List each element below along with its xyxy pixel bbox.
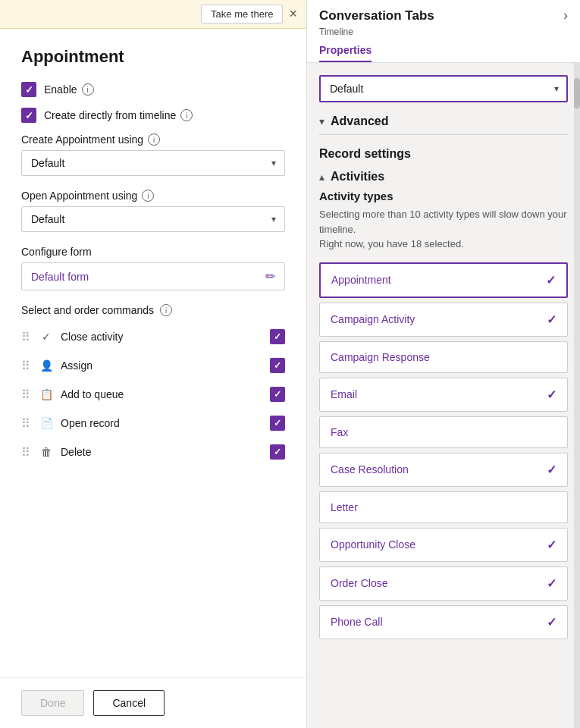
activity-item-opportunity-close[interactable]: Opportunity Close ✓: [319, 528, 568, 562]
advanced-section-title: Advanced: [331, 115, 388, 128]
assign-checkbox[interactable]: [270, 358, 285, 373]
order-close-check-icon: ✓: [547, 576, 556, 591]
right-panel: Conversation Tabs › Timeline Properties …: [307, 0, 580, 728]
activity-types-title: Activity types: [319, 190, 568, 202]
activities-section-header: ▴ Activities: [319, 170, 568, 184]
campaign-response-label: Campaign Response: [331, 351, 430, 363]
scrollbar-track[interactable]: [574, 63, 580, 728]
open-record-icon: 📄: [38, 415, 55, 431]
right-subtitle: Timeline: [319, 27, 568, 37]
close-top-button[interactable]: ×: [289, 6, 297, 22]
activity-item-phone-call[interactable]: Phone Call ✓: [319, 605, 568, 639]
activity-item-appointment[interactable]: Appointment ✓: [319, 262, 568, 298]
drag-handle-icon[interactable]: ⠿: [21, 359, 30, 373]
close-activity-checkbox[interactable]: [270, 329, 285, 344]
appointment-label: Appointment: [331, 274, 391, 286]
left-panel: Take me there × Appointment Enable i Cre…: [0, 0, 307, 728]
open-record-checkbox[interactable]: [270, 416, 285, 431]
assign-icon: 👤: [38, 357, 55, 374]
activity-types-desc: Selecting more than 10 activity types wi…: [319, 207, 568, 252]
enable-checkbox-row[interactable]: Enable i: [21, 82, 285, 97]
configure-form-section: Configure form Default form ✏: [21, 246, 285, 290]
drag-handle-icon[interactable]: ⠿: [21, 445, 30, 460]
activity-item-letter[interactable]: Letter: [319, 491, 568, 523]
activity-item-case-resolution[interactable]: Case Resolution ✓: [319, 453, 568, 487]
top-bar: Take me there ×: [0, 0, 306, 29]
configure-form-box[interactable]: Default form ✏: [21, 262, 285, 290]
enable-label: Enable: [44, 83, 77, 96]
right-header: Conversation Tabs › Timeline Properties: [307, 0, 580, 63]
activity-item-campaign-response[interactable]: Campaign Response: [319, 341, 568, 373]
commands-label: Select and order commands i: [21, 304, 285, 316]
panel-footer: Done Cancel: [0, 677, 306, 728]
create-timeline-checkbox-row[interactable]: Create directly from timeline i: [21, 108, 285, 123]
email-label: Email: [331, 388, 357, 400]
delete-icon: 🗑: [38, 444, 55, 460]
create-using-info-icon[interactable]: i: [148, 133, 160, 146]
cancel-button[interactable]: Cancel: [93, 690, 165, 716]
command-row-close-activity: ⠿ ✓ Close activity: [21, 325, 285, 348]
panel-title: Appointment: [21, 47, 285, 67]
phone-call-check-icon: ✓: [547, 615, 556, 629]
advanced-divider: [319, 134, 568, 135]
take-me-there-button[interactable]: Take me there: [201, 5, 283, 24]
case-resolution-label: Case Resolution: [331, 463, 409, 475]
phone-call-label: Phone Call: [331, 616, 383, 628]
enable-info-icon[interactable]: i: [82, 83, 94, 96]
close-activity-label: Close activity: [61, 331, 270, 343]
configure-form-value: Default form: [31, 271, 89, 283]
create-using-label: Create Appointment using i: [21, 133, 285, 146]
commands-info-icon[interactable]: i: [160, 304, 172, 316]
campaign-activity-label: Campaign Activity: [331, 313, 415, 325]
properties-tab[interactable]: Properties: [319, 44, 372, 62]
enable-checkbox[interactable]: [21, 82, 36, 97]
record-settings-label: Record settings: [319, 147, 568, 161]
activities-section: ▴ Activities Activity types Selecting mo…: [319, 170, 568, 639]
appointment-check-icon: ✓: [546, 273, 556, 287]
open-using-dropdown-wrapper: Default ▾: [21, 206, 285, 232]
properties-dropdown[interactable]: Default: [319, 75, 568, 102]
create-timeline-info-icon[interactable]: i: [180, 109, 193, 121]
open-record-label: Open record: [61, 417, 270, 429]
panel-content: Appointment Enable i Create directly fro…: [0, 29, 306, 677]
letter-label: Letter: [331, 501, 358, 513]
command-row-open-record: ⠿ 📄 Open record: [21, 412, 285, 435]
activity-item-order-close[interactable]: Order Close ✓: [319, 566, 568, 601]
scrollbar-thumb[interactable]: [574, 78, 580, 108]
fax-label: Fax: [331, 426, 348, 438]
drag-handle-icon[interactable]: ⠿: [21, 388, 30, 402]
drag-handle-icon[interactable]: ⠿: [21, 330, 30, 344]
activity-item-fax[interactable]: Fax: [319, 416, 568, 448]
activities-section-title: Activities: [331, 170, 384, 184]
done-button[interactable]: Done: [21, 690, 84, 716]
activities-chevron-icon[interactable]: ▴: [319, 171, 324, 183]
advanced-chevron-icon[interactable]: ▾: [319, 115, 324, 127]
drag-handle-icon[interactable]: ⠿: [21, 416, 30, 431]
create-using-dropdown-wrapper: Default ▾: [21, 150, 285, 176]
open-using-dropdown[interactable]: Default: [21, 206, 285, 232]
create-using-dropdown[interactable]: Default: [21, 150, 285, 176]
right-nav-arrow-icon[interactable]: ›: [563, 8, 568, 24]
delete-label: Delete: [61, 446, 270, 458]
close-activity-icon: ✓: [38, 328, 55, 345]
activity-item-email[interactable]: Email ✓: [319, 378, 568, 412]
case-resolution-check-icon: ✓: [547, 463, 556, 477]
campaign-activity-check-icon: ✓: [547, 312, 556, 327]
create-timeline-checkbox[interactable]: [21, 108, 36, 123]
configure-form-label: Configure form: [21, 246, 285, 258]
right-title-row: Conversation Tabs ›: [319, 8, 568, 24]
commands-section: Select and order commands i ⠿ ✓ Close ac…: [21, 304, 285, 463]
add-to-queue-label: Add to queue: [61, 388, 270, 400]
command-row-add-to-queue: ⠿ 📋 Add to queue: [21, 383, 285, 406]
email-check-icon: ✓: [547, 388, 556, 402]
opportunity-close-label: Opportunity Close: [331, 538, 415, 551]
open-using-label: Open Appointment using i: [21, 190, 285, 202]
edit-icon[interactable]: ✏: [265, 269, 275, 284]
add-to-queue-checkbox[interactable]: [270, 387, 285, 402]
properties-dropdown-wrapper: Default ▾: [319, 75, 568, 102]
create-timeline-label: Create directly from timeline: [44, 109, 176, 121]
delete-checkbox[interactable]: [270, 444, 285, 460]
open-using-info-icon[interactable]: i: [142, 190, 154, 202]
activity-item-campaign-activity[interactable]: Campaign Activity ✓: [319, 303, 568, 337]
command-row-delete: ⠿ 🗑 Delete: [21, 441, 285, 463]
